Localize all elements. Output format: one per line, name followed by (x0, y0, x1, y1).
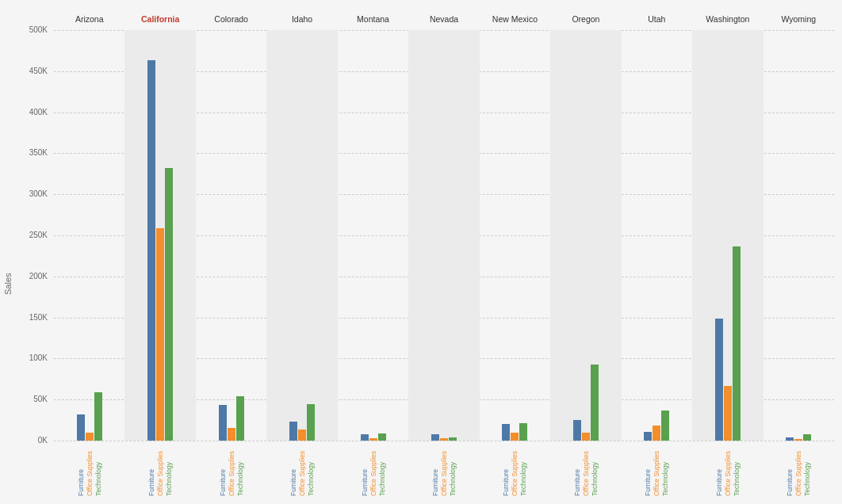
bars-row (54, 30, 834, 441)
state-group-nevada (408, 30, 479, 441)
state-header-oregon: Oregon (550, 8, 621, 30)
y-ticks: 500K450K400K350K300K250K200K150K100K50K0… (19, 30, 54, 441)
x-label-7-1: Office Supplies (582, 442, 590, 496)
bar-nevada-technology (449, 437, 457, 441)
state-header-utah: Utah (622, 8, 692, 30)
state-header-california: California (124, 8, 195, 30)
x-label-0-1: Office Supplies (86, 442, 94, 496)
bar-idaho-furniture (289, 422, 297, 441)
chart-inner: ArizonaCaliforniaColoradoIdahoMontanaNev… (19, 8, 834, 496)
bar-california-officeSupplies (156, 228, 164, 441)
bar-idaho-officeSupplies (298, 430, 306, 441)
y-tick: 500K (19, 26, 51, 34)
state-group-california (124, 30, 195, 441)
x-label-2-0: Furniture (219, 442, 227, 496)
grid-and-bars: 500K450K400K350K300K250K200K150K100K50K0… (19, 30, 834, 441)
x-label-group-6: FurnitureOffice SuppliesTechnology (480, 441, 550, 496)
bar-new-mexico-technology (519, 423, 527, 441)
x-label-group-5: FurnitureOffice SuppliesTechnology (408, 441, 479, 496)
state-header-new-mexico: New Mexico (480, 8, 550, 30)
bar-colorado-officeSupplies (228, 428, 235, 441)
y-tick: 300K (19, 190, 51, 198)
x-label-group-7: FurnitureOffice SuppliesTechnology (550, 441, 621, 496)
state-header-nevada: Nevada (408, 8, 479, 30)
y-tick: 250K (19, 231, 51, 239)
chart-container: Sales ArizonaCaliforniaColoradoIdahoMont… (0, 0, 842, 504)
state-header-montana: Montana (338, 8, 408, 30)
x-label-group-9: FurnitureOffice SuppliesTechnology (692, 441, 763, 496)
bar-oregon-furniture (573, 420, 581, 441)
state-header-idaho: Idaho (266, 8, 337, 30)
x-label-3-0: Furniture (289, 442, 297, 496)
x-label-group-2: FurnitureOffice SuppliesTechnology (196, 441, 266, 496)
bar-wyoming-furniture (786, 437, 794, 441)
state-group-montana (338, 30, 408, 441)
bar-california-technology (165, 168, 173, 441)
x-label-5-0: Furniture (431, 442, 439, 496)
bar-arizona-furniture (77, 414, 85, 441)
y-axis-label: Sales (0, 8, 16, 496)
x-label-2-2: Technology (236, 442, 244, 496)
bar-arizona-officeSupplies (86, 433, 94, 441)
bar-new-mexico-officeSupplies (511, 433, 519, 441)
y-tick: 100K (19, 354, 51, 362)
x-label-8-0: Furniture (644, 442, 652, 496)
bar-wyoming-technology (803, 434, 811, 441)
bar-oregon-technology (591, 365, 599, 441)
bar-wyoming-officeSupplies (794, 439, 802, 441)
bar-oregon-officeSupplies (582, 433, 590, 441)
bar-california-furniture (147, 60, 155, 441)
x-label-group-8: FurnitureOffice SuppliesTechnology (622, 441, 692, 496)
state-group-new-mexico (480, 30, 550, 441)
bar-washington-officeSupplies (724, 386, 732, 441)
x-label-10-2: Technology (803, 442, 811, 496)
bar-colorado-technology (236, 396, 244, 441)
x-label-group-0: FurnitureOffice SuppliesTechnology (54, 441, 124, 496)
state-header-washington: Washington (692, 8, 763, 30)
x-label-6-2: Technology (519, 442, 527, 496)
y-tick: 150K (19, 314, 51, 322)
state-headers-row: ArizonaCaliforniaColoradoIdahoMontanaNev… (54, 8, 834, 30)
bar-washington-technology (733, 246, 741, 441)
x-label-3-1: Office Supplies (298, 442, 306, 496)
x-label-group-10: FurnitureOffice SuppliesTechnology (764, 441, 834, 496)
state-group-oregon (550, 30, 621, 441)
state-header-wyoming: Wyoming (764, 8, 834, 30)
x-label-group-4: FurnitureOffice SuppliesTechnology (338, 441, 408, 496)
state-group-colorado (196, 30, 266, 441)
x-label-6-0: Furniture (502, 442, 510, 496)
x-label-4-1: Office Supplies (369, 442, 377, 496)
y-tick: 0K (19, 437, 51, 445)
bar-arizona-technology (94, 392, 102, 441)
x-label-8-1: Office Supplies (653, 442, 660, 496)
bar-nevada-officeSupplies (440, 438, 448, 441)
x-label-10-0: Furniture (786, 442, 794, 496)
x-label-5-2: Technology (449, 442, 457, 496)
bar-utah-furniture (644, 432, 652, 441)
bar-colorado-furniture (219, 405, 227, 441)
x-label-7-0: Furniture (573, 442, 581, 496)
x-label-7-2: Technology (591, 442, 599, 496)
x-labels: FurnitureOffice SuppliesTechnologyFurnit… (54, 441, 834, 496)
state-group-wyoming (764, 30, 834, 441)
x-label-3-2: Technology (307, 442, 315, 496)
y-tick: 450K (19, 67, 51, 75)
state-header-arizona: Arizona (54, 8, 124, 30)
x-label-4-2: Technology (378, 442, 386, 496)
x-label-9-0: Furniture (715, 442, 723, 496)
x-label-8-2: Technology (661, 442, 669, 496)
y-tick: 200K (19, 273, 51, 281)
bar-montana-officeSupplies (369, 438, 377, 441)
x-label-9-1: Office Supplies (724, 442, 732, 496)
x-label-2-1: Office Supplies (228, 442, 235, 496)
state-group-utah (622, 30, 692, 441)
x-label-1-2: Technology (165, 442, 173, 496)
bar-montana-furniture (361, 434, 369, 441)
x-label-1-1: Office Supplies (156, 442, 164, 496)
state-group-idaho (266, 30, 337, 441)
x-label-9-2: Technology (733, 442, 741, 496)
x-label-0-2: Technology (94, 442, 102, 496)
state-header-colorado: Colorado (196, 8, 266, 30)
bar-utah-technology (661, 410, 669, 441)
x-label-4-0: Furniture (361, 442, 369, 496)
